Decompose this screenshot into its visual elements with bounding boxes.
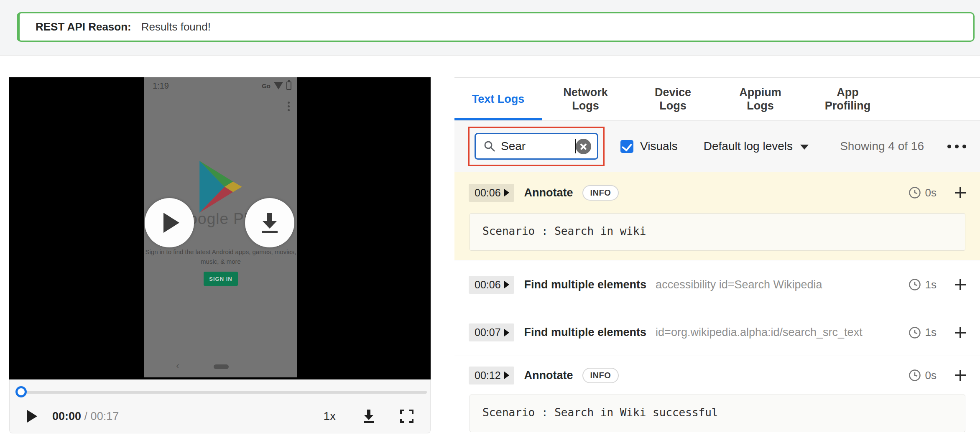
google-play-logo (197, 161, 245, 213)
play-button[interactable] (27, 410, 37, 423)
signal-icon: Go (262, 82, 271, 89)
log-title: Find multiple elements (524, 326, 647, 339)
log-row-find-elements-1[interactable]: 00:06 Find multiple elements accessibili… (454, 260, 980, 309)
jump-to-time-icon (504, 189, 509, 196)
showing-count: Showing 4 of 16 (840, 140, 924, 153)
log-detail: accessibility id=Search Wikipedia (656, 278, 822, 291)
timestamp-chip[interactable]: 00:06 (469, 276, 514, 294)
phone-clock: 1:19 (153, 81, 169, 91)
visuals-label: Visuals (640, 140, 678, 153)
clear-search-icon[interactable] (576, 139, 591, 154)
android-home-pill (214, 364, 229, 369)
log-row-find-elements-2[interactable]: 00:07 Find multiple elements id=org.wiki… (454, 309, 980, 356)
expand-log-button[interactable] (955, 370, 966, 381)
search-annotation-box (468, 127, 605, 166)
log-tabs: Text Logs Network Logs Device Logs Appiu… (454, 78, 980, 120)
log-title: Find multiple elements (524, 278, 647, 291)
time-separator: / (84, 410, 88, 423)
log-duration: 0s (925, 186, 937, 199)
video-play-overlay-button[interactable] (145, 198, 194, 247)
search-input[interactable] (501, 140, 611, 153)
log-title: Annotate (524, 186, 573, 199)
expand-log-button[interactable] (955, 187, 966, 198)
timestamp-chip[interactable]: 00:07 (469, 323, 514, 341)
more-options-button[interactable] (947, 145, 966, 148)
log-detail: id=org.wikipedia.alpha:id/search_src_tex… (656, 326, 863, 339)
signin-caption-line1: Sign in to find the latest Android apps,… (144, 248, 297, 255)
log-levels-dropdown[interactable]: Default log levels (704, 140, 809, 153)
banner-message: Results found! (141, 20, 211, 33)
jump-to-time-icon (504, 281, 509, 288)
banner-label: REST API Reason: (36, 20, 131, 33)
seek-bar-track[interactable] (25, 391, 427, 394)
expand-log-button[interactable] (955, 327, 966, 338)
expand-log-button[interactable] (955, 279, 966, 290)
signin-caption-line2: music, & more (144, 258, 297, 265)
visuals-checkbox[interactable] (620, 140, 633, 153)
clock-icon (909, 369, 921, 382)
log-level-badge: INFO (582, 368, 619, 383)
log-title: Annotate (524, 369, 573, 382)
video-player-screen[interactable]: 1:19 Go Google Play Sign in to find the … (9, 77, 431, 379)
play-icon (163, 213, 179, 233)
battery-icon (286, 81, 291, 90)
timestamp-chip[interactable]: 00:12 (469, 367, 514, 384)
total-time: 00:17 (91, 410, 119, 423)
sign-in-button: SIGN IN (204, 272, 238, 286)
android-back-icon: ‹ (176, 360, 179, 372)
search-icon (483, 140, 496, 153)
tab-appium-logs[interactable]: Appium Logs (717, 78, 804, 120)
log-code-block: Scenario : Search in wiki (470, 213, 965, 251)
video-control-bar: 00:00 / 00:17 1x (9, 379, 431, 433)
tab-network-logs[interactable]: Network Logs (542, 78, 629, 120)
tab-text-logs[interactable]: Text Logs (454, 78, 542, 120)
overflow-menu-icon (288, 102, 290, 111)
playback-speed-button[interactable]: 1x (323, 410, 336, 423)
video-download-overlay-button[interactable] (245, 198, 294, 247)
fullscreen-button[interactable] (400, 410, 413, 423)
download-icon (258, 211, 281, 234)
log-duration: 1s (925, 278, 937, 291)
rest-api-reason-banner: REST API Reason: Results found! (17, 12, 975, 42)
log-duration: 0s (925, 369, 937, 382)
chevron-down-icon (800, 145, 809, 150)
log-search-box[interactable] (475, 133, 598, 160)
jump-to-time-icon (504, 372, 509, 379)
clock-icon (909, 326, 921, 339)
log-level-badge: INFO (582, 185, 619, 201)
log-row-annotate-1[interactable]: 00:06 Annotate INFO 0s Scenario : Search… (454, 172, 980, 260)
time-display: 00:00 / 00:17 (52, 410, 119, 423)
jump-to-time-icon (504, 329, 509, 336)
log-duration: 1s (925, 326, 937, 339)
current-time: 00:00 (52, 410, 81, 423)
phone-status-icons: Go (262, 81, 291, 90)
clock-icon (909, 278, 921, 291)
log-row-annotate-2[interactable]: 00:12 Annotate INFO 0s Scenario : Search… (454, 356, 980, 432)
logs-panel: Text Logs Network Logs Device Logs Appiu… (454, 77, 980, 443)
download-video-button[interactable] (362, 409, 376, 424)
timestamp-chip[interactable]: 00:06 (469, 184, 514, 202)
tab-device-logs[interactable]: Device Logs (629, 78, 717, 120)
seek-bar-knob[interactable] (15, 386, 27, 397)
logs-toolbar: Visuals Default log levels Showing 4 of … (454, 120, 980, 172)
wifi-icon (274, 82, 283, 89)
tab-app-profiling[interactable]: App Profiling (804, 78, 891, 120)
clock-icon (909, 186, 921, 199)
log-code-block: Scenario : Search in Wiki successful (470, 395, 965, 432)
